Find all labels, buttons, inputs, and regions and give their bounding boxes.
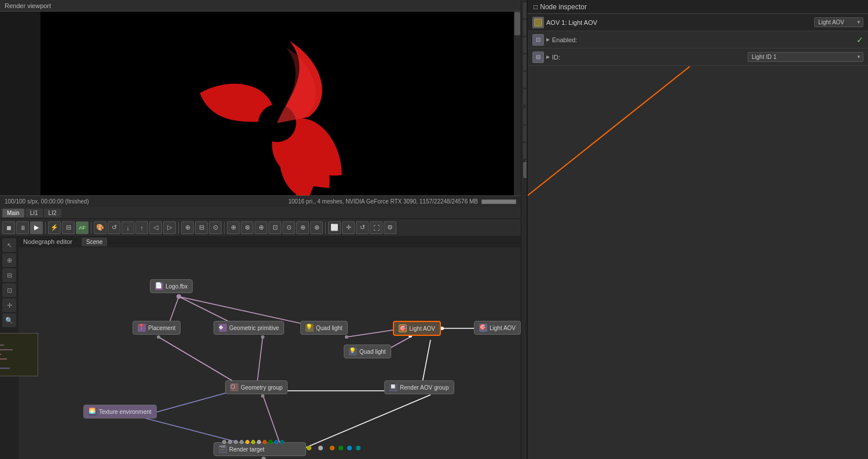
tab-li2[interactable]: LI2 xyxy=(44,209,61,217)
btn-view5[interactable]: ⊙ xyxy=(282,221,295,234)
btn-view6[interactable]: ⊕ xyxy=(296,221,309,234)
btn-grid[interactable]: ⊟ xyxy=(62,221,75,234)
ng-icon-grid[interactable]: ⊟ xyxy=(2,268,16,282)
node-label-render-target: Render target xyxy=(229,446,264,453)
dot-2 xyxy=(228,440,232,444)
node-label-logo: Logo.fbx xyxy=(165,283,187,290)
dot-8 xyxy=(263,440,267,444)
node-label-placement: Placement xyxy=(148,325,175,331)
id-dropdown-wrapper[interactable]: Light ID 1 Light ID 2 Light ID 3 xyxy=(748,52,863,62)
btn-left-arr[interactable]: ◁ xyxy=(149,221,162,234)
sep-4 xyxy=(224,222,225,234)
node-geo-primitive[interactable]: ◆ Geometric primitive xyxy=(214,321,284,335)
status-right: 10016 pri., 4 meshes, NVIDIA GeForce RTX… xyxy=(288,198,478,205)
toolbar: ⏹ ⏸ ▶ ⚡ ⊟ AF 🎨 ↺ ↓ ↑ ◁ ▷ ⊕ ⊟ ⊙ ⊕ ⊗ ⊕ ⊡ ⊙… xyxy=(0,219,521,236)
btn-view1[interactable]: ⊕ xyxy=(227,221,240,234)
ng-icon-select[interactable]: ↖ xyxy=(2,238,16,252)
btn-move[interactable]: ✛ xyxy=(342,221,355,234)
btn-refresh[interactable]: ↺ xyxy=(356,221,369,234)
svg-line-46 xyxy=(528,66,690,315)
inspector-id-arrow: ▶ xyxy=(546,54,550,60)
thumbnail-preview[interactable] xyxy=(0,333,38,376)
btn-up[interactable]: ↑ xyxy=(135,221,148,234)
ng-icon-node[interactable]: ⊕ xyxy=(2,253,16,267)
btn-af[interactable]: AF xyxy=(76,221,89,234)
btn-stop[interactable]: ⏹ xyxy=(2,221,15,234)
btn-box[interactable]: ⬜ xyxy=(328,221,341,234)
node-icon-quad-light-1: 💡 xyxy=(306,324,314,332)
node-render-target[interactable]: 🎬 Render target xyxy=(214,442,306,456)
node-light-aov-selected[interactable]: 🎯 Light AOV xyxy=(393,321,441,336)
render-target-output xyxy=(262,457,266,459)
viewport-title: Render viewport xyxy=(0,0,521,12)
dot-5 xyxy=(245,440,249,444)
svg-line-12 xyxy=(159,337,240,385)
dot-9 xyxy=(269,440,273,444)
svg-point-23 xyxy=(176,294,181,299)
sep-2 xyxy=(91,222,91,234)
node-icon-render-aov: 🔲 xyxy=(389,383,398,391)
node-light-aov-2[interactable]: 🎯 Light AOV xyxy=(474,321,521,335)
btn-view2[interactable]: ⊗ xyxy=(241,221,253,234)
node-icon-placement: 📍 xyxy=(138,324,146,332)
btn-view7[interactable]: ⊗ xyxy=(310,221,323,234)
btn-settings[interactable]: ⚙ xyxy=(384,221,396,234)
btn-color[interactable]: 🎨 xyxy=(94,221,106,234)
status-left: 100/100 s/px, 00:00:00 (finished) xyxy=(5,198,89,205)
btn-fullscreen[interactable]: ⛶ xyxy=(370,221,382,234)
dot-4 xyxy=(240,440,244,444)
inspector-node-icon xyxy=(532,17,544,28)
node-type-dropdown-wrapper[interactable]: Light AOV Diffuse AOV Shadow AOV xyxy=(814,17,863,27)
node-label-light-aov-2: Light AOV xyxy=(490,325,516,331)
btn-zoom-out[interactable]: ⊟ xyxy=(195,221,208,234)
svg-line-19 xyxy=(263,395,280,444)
svg-point-45 xyxy=(356,446,361,450)
node-tex-env[interactable]: 🌅 Texture environment xyxy=(83,405,157,419)
btn-rotate[interactable]: ↺ xyxy=(108,221,120,234)
btn-play[interactable]: ▶ xyxy=(30,221,43,234)
node-label-tex-env: Texture environment xyxy=(99,409,152,415)
inspector-enabled-value: ✓ xyxy=(856,35,863,45)
node-icon-light-aov-sel: 🎯 xyxy=(399,324,407,332)
tab-main[interactable]: Main xyxy=(2,209,24,217)
node-quad-light-1[interactable]: 💡 Quad light xyxy=(300,321,348,335)
node-type-dropdown[interactable]: Light AOV Diffuse AOV Shadow AOV xyxy=(814,17,863,27)
inspector-enabled-arrow: ▶ xyxy=(546,37,550,42)
ng-icon-move[interactable]: ✛ xyxy=(2,298,16,312)
progress-bar xyxy=(481,199,516,204)
node-label-geo-prim: Geometric primitive xyxy=(229,325,279,331)
ng-icon-search[interactable]: 🔍 xyxy=(2,313,16,327)
inspector-enabled-icon: ⊡ xyxy=(532,34,544,46)
btn-right-arr[interactable]: ▷ xyxy=(163,221,176,234)
btn-view3[interactable]: ⊕ xyxy=(255,221,267,234)
node-logo-fbx[interactable]: 📄 Logo.fbx xyxy=(150,279,193,293)
btn-flash[interactable]: ⚡ xyxy=(48,221,61,234)
sep-3 xyxy=(178,222,179,234)
svg-line-13 xyxy=(257,337,263,385)
node-label-render-aov: Render AOV group xyxy=(400,384,449,391)
nodegraph-editor: ↖ ⊕ ⊟ ⊡ ✛ 🔍 Nodegraph editor Scene xyxy=(0,236,521,459)
tab-li1[interactable]: LI1 xyxy=(25,209,43,217)
node-placement[interactable]: 📍 Placement xyxy=(133,321,181,335)
svg-point-24 xyxy=(157,335,160,339)
nodegraph-title-bar: Nodegraph editor Scene xyxy=(19,236,521,247)
node-icon-light-aov-2: 🎯 xyxy=(479,324,487,332)
node-quad-light-2[interactable]: 💡 Quad light xyxy=(344,345,391,358)
node-icon-geo-group: ⬡ xyxy=(230,383,238,391)
node-render-aov[interactable]: 🔲 Render AOV group xyxy=(384,380,454,394)
btn-pause[interactable]: ⏸ xyxy=(16,221,29,234)
svg-point-43 xyxy=(339,446,343,450)
dot-11 xyxy=(280,440,284,444)
dot-3 xyxy=(234,440,238,444)
node-geo-group[interactable]: ⬡ Geometry group xyxy=(225,380,288,394)
btn-down[interactable]: ↓ xyxy=(122,221,134,234)
node-icon-tex-env: 🌅 xyxy=(89,408,97,416)
id-dropdown[interactable]: Light ID 1 Light ID 2 Light ID 3 xyxy=(748,52,863,62)
btn-view4[interactable]: ⊡ xyxy=(269,221,281,234)
btn-zoom-in[interactable]: ⊕ xyxy=(181,221,194,234)
btn-fit[interactable]: ⊙ xyxy=(209,221,222,234)
svg-line-17 xyxy=(422,340,431,385)
ng-icon-group[interactable]: ⊡ xyxy=(2,283,16,297)
viewport-scrollbar[interactable] xyxy=(514,12,521,197)
scene-label[interactable]: Scene xyxy=(82,238,107,246)
